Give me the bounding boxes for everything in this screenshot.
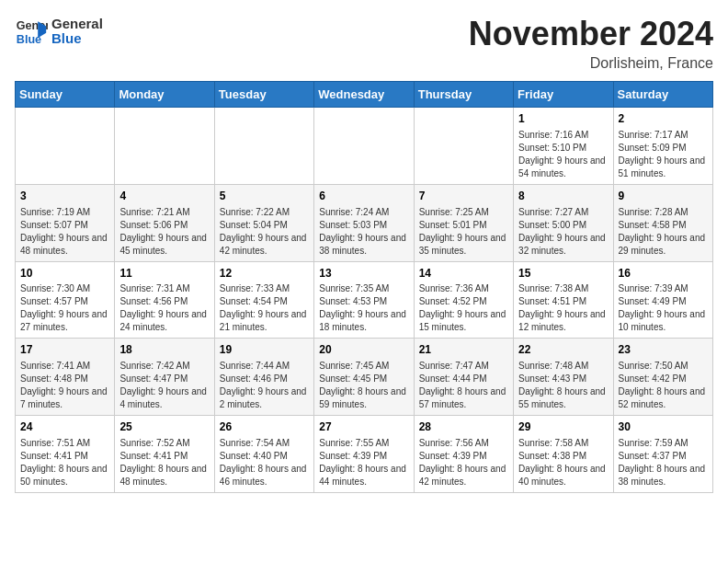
- day-number: 5: [220, 189, 309, 204]
- calendar-header-row: SundayMondayTuesdayWednesdayThursdayFrid…: [16, 82, 713, 108]
- day-detail: Sunrise: 7:51 AM Sunset: 4:41 PM Dayligh…: [20, 438, 108, 487]
- day-detail: Sunrise: 7:33 AM Sunset: 4:54 PM Dayligh…: [220, 283, 307, 332]
- header-day-thursday: Thursday: [414, 82, 513, 108]
- day-detail: Sunrise: 7:31 AM Sunset: 4:56 PM Dayligh…: [119, 283, 207, 332]
- calendar-cell: 28Sunrise: 7:56 AM Sunset: 4:39 PM Dayli…: [414, 416, 513, 493]
- calendar-table: SundayMondayTuesdayWednesdayThursdayFrid…: [15, 81, 713, 493]
- calendar-cell: 3Sunrise: 7:19 AM Sunset: 5:07 PM Daylig…: [16, 184, 115, 261]
- calendar-cell: 23Sunrise: 7:50 AM Sunset: 4:42 PM Dayli…: [613, 339, 712, 416]
- month-title: November 2024: [469, 15, 713, 53]
- calendar-cell: 19Sunrise: 7:44 AM Sunset: 4:46 PM Dayli…: [214, 339, 313, 416]
- day-detail: Sunrise: 7:54 AM Sunset: 4:40 PM Dayligh…: [220, 438, 307, 487]
- calendar-week-1: 1Sunrise: 7:16 AM Sunset: 5:10 PM Daylig…: [16, 108, 713, 185]
- header: General Blue General Blue November 2024 …: [15, 15, 713, 72]
- day-number: 30: [619, 419, 708, 435]
- calendar-cell: 15Sunrise: 7:38 AM Sunset: 4:51 PM Dayli…: [514, 261, 613, 339]
- day-detail: Sunrise: 7:27 AM Sunset: 5:00 PM Dayligh…: [518, 207, 606, 256]
- header-day-monday: Monday: [115, 82, 214, 108]
- day-detail: Sunrise: 7:52 AM Sunset: 4:41 PM Dayligh…: [119, 438, 207, 487]
- calendar-cell: 24Sunrise: 7:51 AM Sunset: 4:41 PM Dayli…: [16, 416, 115, 493]
- day-number: 3: [20, 189, 109, 204]
- day-detail: Sunrise: 7:44 AM Sunset: 4:46 PM Dayligh…: [220, 361, 307, 409]
- calendar-cell: 22Sunrise: 7:48 AM Sunset: 4:43 PM Dayli…: [514, 339, 613, 416]
- day-detail: Sunrise: 7:41 AM Sunset: 4:48 PM Dayligh…: [20, 361, 108, 409]
- header-day-tuesday: Tuesday: [214, 82, 313, 108]
- calendar-cell: [214, 108, 313, 185]
- day-detail: Sunrise: 7:16 AM Sunset: 5:10 PM Dayligh…: [518, 130, 606, 178]
- day-number: 9: [619, 189, 708, 204]
- day-number: 19: [220, 342, 309, 358]
- logo-general: General: [51, 17, 103, 32]
- calendar-cell: 21Sunrise: 7:47 AM Sunset: 4:44 PM Dayli…: [414, 339, 513, 416]
- header-day-sunday: Sunday: [16, 82, 115, 108]
- day-detail: Sunrise: 7:58 AM Sunset: 4:38 PM Dayligh…: [518, 438, 606, 487]
- day-number: 22: [518, 342, 608, 358]
- day-number: 18: [119, 342, 209, 358]
- calendar-cell: 30Sunrise: 7:59 AM Sunset: 4:37 PM Dayli…: [613, 416, 712, 493]
- day-detail: Sunrise: 7:22 AM Sunset: 5:04 PM Dayligh…: [220, 207, 307, 256]
- day-detail: Sunrise: 7:48 AM Sunset: 4:43 PM Dayligh…: [518, 361, 606, 409]
- day-number: 12: [220, 266, 309, 282]
- day-detail: Sunrise: 7:55 AM Sunset: 4:39 PM Dayligh…: [319, 438, 406, 487]
- calendar-cell: 9Sunrise: 7:28 AM Sunset: 4:58 PM Daylig…: [613, 184, 712, 261]
- calendar-cell: 16Sunrise: 7:39 AM Sunset: 4:49 PM Dayli…: [613, 261, 712, 339]
- day-number: 1: [518, 111, 608, 127]
- calendar-cell: 18Sunrise: 7:42 AM Sunset: 4:47 PM Dayli…: [115, 339, 214, 416]
- calendar-cell: 20Sunrise: 7:45 AM Sunset: 4:45 PM Dayli…: [314, 339, 414, 416]
- day-number: 2: [619, 111, 708, 127]
- calendar-cell: 29Sunrise: 7:58 AM Sunset: 4:38 PM Dayli…: [514, 416, 613, 493]
- calendar-cell: 27Sunrise: 7:55 AM Sunset: 4:39 PM Dayli…: [314, 416, 414, 493]
- day-number: 4: [119, 189, 209, 204]
- calendar-cell: [414, 108, 513, 185]
- calendar-cell: [115, 108, 214, 185]
- day-number: 17: [20, 342, 109, 358]
- calendar-cell: 4Sunrise: 7:21 AM Sunset: 5:06 PM Daylig…: [115, 184, 214, 261]
- day-number: 24: [20, 419, 109, 435]
- calendar-cell: 6Sunrise: 7:24 AM Sunset: 5:03 PM Daylig…: [314, 184, 414, 261]
- calendar-cell: 14Sunrise: 7:36 AM Sunset: 4:52 PM Dayli…: [414, 261, 513, 339]
- day-detail: Sunrise: 7:25 AM Sunset: 5:01 PM Dayligh…: [419, 207, 506, 256]
- calendar-cell: 17Sunrise: 7:41 AM Sunset: 4:48 PM Dayli…: [16, 339, 115, 416]
- day-detail: Sunrise: 7:17 AM Sunset: 5:09 PM Dayligh…: [619, 130, 706, 178]
- day-number: 26: [220, 419, 309, 435]
- calendar-cell: 10Sunrise: 7:30 AM Sunset: 4:57 PM Dayli…: [16, 261, 115, 339]
- logo-blue: Blue: [51, 31, 103, 47]
- calendar-cell: 1Sunrise: 7:16 AM Sunset: 5:10 PM Daylig…: [514, 108, 613, 185]
- header-day-wednesday: Wednesday: [314, 82, 414, 108]
- day-detail: Sunrise: 7:35 AM Sunset: 4:53 PM Dayligh…: [319, 283, 406, 332]
- header-day-friday: Friday: [514, 82, 613, 108]
- day-detail: Sunrise: 7:42 AM Sunset: 4:47 PM Dayligh…: [119, 361, 207, 409]
- calendar-cell: 5Sunrise: 7:22 AM Sunset: 5:04 PM Daylig…: [214, 184, 313, 261]
- svg-text:Blue: Blue: [17, 33, 41, 46]
- day-number: 25: [119, 419, 209, 435]
- day-detail: Sunrise: 7:39 AM Sunset: 4:49 PM Dayligh…: [619, 283, 706, 332]
- day-number: 16: [619, 266, 708, 282]
- day-detail: Sunrise: 7:30 AM Sunset: 4:57 PM Dayligh…: [20, 283, 108, 332]
- calendar-cell: 13Sunrise: 7:35 AM Sunset: 4:53 PM Dayli…: [314, 261, 414, 339]
- day-number: 27: [319, 419, 408, 435]
- calendar-cell: [314, 108, 414, 185]
- day-detail: Sunrise: 7:28 AM Sunset: 4:58 PM Dayligh…: [619, 207, 706, 256]
- location-title: Dorlisheim, France: [469, 55, 713, 72]
- day-detail: Sunrise: 7:19 AM Sunset: 5:07 PM Dayligh…: [20, 207, 108, 256]
- day-detail: Sunrise: 7:45 AM Sunset: 4:45 PM Dayligh…: [319, 361, 406, 409]
- day-number: 23: [619, 342, 708, 358]
- calendar-cell: 25Sunrise: 7:52 AM Sunset: 4:41 PM Dayli…: [115, 416, 214, 493]
- day-number: 29: [518, 419, 608, 435]
- day-detail: Sunrise: 7:36 AM Sunset: 4:52 PM Dayligh…: [419, 283, 506, 332]
- day-number: 8: [518, 189, 608, 204]
- day-number: 20: [319, 342, 408, 358]
- day-number: 14: [419, 266, 508, 282]
- logo-icon: General Blue: [15, 15, 48, 48]
- calendar-week-3: 10Sunrise: 7:30 AM Sunset: 4:57 PM Dayli…: [16, 261, 713, 339]
- calendar-cell: [16, 108, 115, 185]
- day-detail: Sunrise: 7:38 AM Sunset: 4:51 PM Dayligh…: [518, 283, 606, 332]
- logo: General Blue General Blue: [15, 15, 103, 48]
- calendar-cell: 26Sunrise: 7:54 AM Sunset: 4:40 PM Dayli…: [214, 416, 313, 493]
- day-number: 6: [319, 189, 408, 204]
- day-number: 21: [419, 342, 508, 358]
- calendar-cell: 8Sunrise: 7:27 AM Sunset: 5:00 PM Daylig…: [514, 184, 613, 261]
- calendar-cell: 11Sunrise: 7:31 AM Sunset: 4:56 PM Dayli…: [115, 261, 214, 339]
- calendar-cell: 2Sunrise: 7:17 AM Sunset: 5:09 PM Daylig…: [613, 108, 712, 185]
- day-detail: Sunrise: 7:21 AM Sunset: 5:06 PM Dayligh…: [119, 207, 207, 256]
